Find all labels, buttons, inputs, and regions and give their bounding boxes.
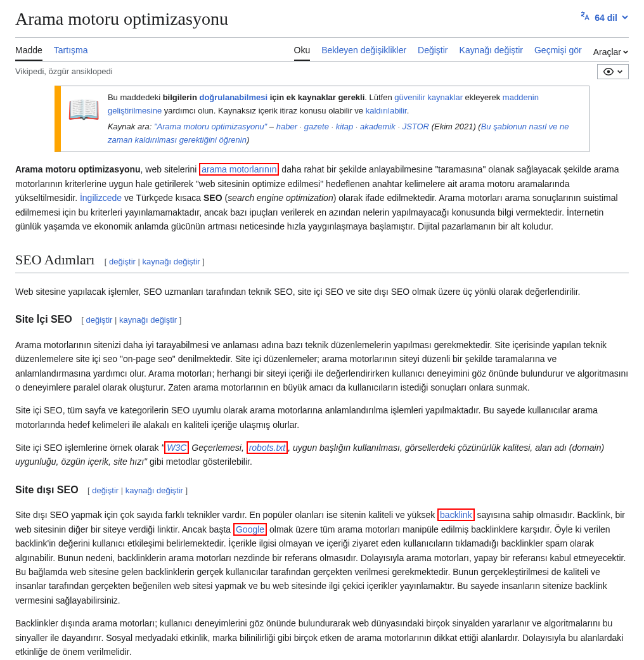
heading-seo-steps: SEO Adımları [ değiştir | kaynağı değişt… <box>15 249 629 273</box>
separator-dot: · <box>332 122 334 131</box>
search-engines-link[interactable]: arama motorlarının <box>202 164 276 174</box>
notice-text: ( <box>476 122 481 131</box>
notice-sources: Kaynak ara: "Arama motoru optimizasyonu"… <box>108 120 583 147</box>
site-ici-paragraph-2: Site içi SEO, tüm sayfa ve kategorilerin… <box>15 403 629 432</box>
removal-link[interactable]: kaldırılabilir <box>366 106 407 115</box>
seo-abbr: SEO <box>203 193 222 203</box>
tools-label: Araçlar <box>593 45 621 59</box>
chevron-down-icon <box>622 49 629 55</box>
notice-text: ) <box>247 135 249 145</box>
source-haber-link[interactable]: haber <box>276 122 297 131</box>
separator-dot: · <box>356 122 358 131</box>
backlink-link[interactable]: backlink <box>440 510 472 520</box>
notice-date: (Ekim 2021) <box>432 122 476 131</box>
notice-text: Bu maddedeki <box>108 93 163 102</box>
google-link[interactable]: Google <box>236 524 264 534</box>
separator: | <box>112 315 119 325</box>
edit-section: [ değiştir | kaynağı değiştir ] <box>87 486 188 495</box>
notice-box: 📖 Bu maddedeki bilgilerin doğrulanabilme… <box>55 86 589 152</box>
notice-content: Bu maddedeki bilgilerin doğrulanabilmesi… <box>108 91 583 146</box>
english-link[interactable]: İngilizcede <box>80 193 122 203</box>
notice-text: . Lütfen <box>364 93 394 102</box>
intro-text: ve Türkçede kısaca <box>122 193 203 203</box>
chevron-down-icon <box>621 11 629 25</box>
edit-section: [ değiştir | kaynağı değiştir ] <box>105 257 205 266</box>
reliable-sources-link[interactable]: güvenilir kaynaklar <box>394 93 463 102</box>
paragraph-text: gibi metodlar gösterilebilir. <box>147 456 252 467</box>
visibility-dropdown[interactable] <box>597 64 629 79</box>
notice-text: Kaynak ara: <box>108 122 154 131</box>
source-kitap-link[interactable]: kitap <box>336 122 353 131</box>
robots-link[interactable]: robots.txt <box>249 443 286 453</box>
edit-link[interactable]: değiştir <box>92 486 119 495</box>
source-akademik-link[interactable]: akademik <box>360 122 396 131</box>
heading-site-disi: Site dışı SEO [ değiştir | kaynağı değiş… <box>15 482 629 498</box>
paragraph-text: Site içi SEO işlemlerine örnek olarak <box>15 443 161 453</box>
bracket: [ <box>81 315 86 325</box>
translate-icon <box>579 10 591 25</box>
tools-dropdown[interactable]: Araçlar <box>593 43 629 61</box>
heading-site-ici: Site İçi SEO [ değiştir | kaynağı değişt… <box>15 311 629 328</box>
separator-dot: · <box>397 122 400 131</box>
chevron-down-icon <box>617 68 623 75</box>
edit-section: [ değiştir | kaynağı değiştir ] <box>81 315 181 325</box>
search-source-title-link[interactable]: "Arama motoru optimizasyonu" <box>154 122 267 131</box>
seo-longform: search engine optimization <box>228 193 333 203</box>
paragraph-text: Geçerlemesi, <box>189 443 246 453</box>
tab-oku[interactable]: Oku <box>294 43 311 61</box>
language-selector[interactable]: 64 dil <box>579 10 629 25</box>
notice-text: için ek kaynaklar gerekli <box>267 93 364 102</box>
tab-gecmis[interactable]: Geçmişi gör <box>534 43 582 61</box>
heading-text: Site İçi SEO <box>15 314 72 325</box>
book-icon: 📖 <box>67 96 100 146</box>
seo-steps-paragraph: Web sitesine yapılacak işlemler, SEO uzm… <box>15 285 629 299</box>
heading-text: SEO Adımları <box>15 252 94 268</box>
eye-icon <box>603 66 614 77</box>
notice-text: yardımcı olun. Kaynaksız içerik itiraz k… <box>162 106 366 115</box>
language-count: 64 dil <box>595 11 617 25</box>
heading-text: Site dışı SEO <box>15 484 79 495</box>
site-subtitle: Vikipedi, özgür ansiklopedi <box>15 65 113 79</box>
intro-text: ( <box>222 193 228 203</box>
w3c-link[interactable]: W3C <box>167 443 186 453</box>
site-disi-paragraph-2: Backlinkler dışında arama motorları; kul… <box>15 616 629 659</box>
paragraph-text: olmak üzere tüm arama motorları manipüle… <box>15 524 626 605</box>
page-title: Arama motoru optimizasyonu <box>15 5 228 34</box>
separator-dot: · <box>300 122 302 131</box>
separator: | <box>136 257 143 266</box>
edit-link[interactable]: değiştir <box>109 257 136 266</box>
tab-degistir[interactable]: Değiştir <box>418 43 448 61</box>
intro-text: , web sitelerini <box>141 164 200 174</box>
verifiability-link[interactable]: doğrulanabilmesi <box>199 93 267 102</box>
bracket: ] <box>200 257 205 266</box>
svg-point-0 <box>607 70 610 74</box>
tab-bekleyen[interactable]: Bekleyen değişiklikler <box>321 43 406 61</box>
site-ici-paragraph-3: Site içi SEO işlemlerine örnek olarak "W… <box>15 441 629 469</box>
edit-source-link[interactable]: kaynağı değiştir <box>126 486 183 495</box>
notice-text: . <box>407 106 409 115</box>
bracket: ] <box>183 486 188 495</box>
bracket: ] <box>177 315 181 325</box>
intro-paragraph: Arama motoru optimizasyonu, web siteleri… <box>15 162 629 233</box>
source-jstor-link[interactable]: JSTOR <box>402 122 429 131</box>
edit-source-link[interactable]: kaynağı değiştir <box>119 315 177 325</box>
notice-text: ekleyerek <box>463 93 503 102</box>
edit-link[interactable]: değiştir <box>86 315 113 325</box>
intro-bold: Arama motoru optimizasyonu <box>15 164 141 174</box>
tab-madde[interactable]: Madde <box>15 43 42 61</box>
bracket: [ <box>105 257 109 266</box>
notice-text: – <box>267 122 276 131</box>
site-ici-paragraph-1: Arama motorlarının sitenizi daha iyi tar… <box>15 338 629 395</box>
paragraph-text: Site dışı SEO yapmak için çok sayıda far… <box>15 510 437 520</box>
edit-source-link[interactable]: kaynağı değiştir <box>143 257 200 266</box>
separator: | <box>119 486 126 495</box>
source-gazete-link[interactable]: gazete <box>304 122 329 131</box>
tab-tartisma[interactable]: Tartışma <box>54 43 88 61</box>
tab-kaynagi[interactable]: Kaynağı değiştir <box>460 43 523 61</box>
site-disi-paragraph-1: Site dışı SEO yapmak için çok sayıda far… <box>15 508 629 607</box>
notice-text: bilgilerin <box>163 93 200 102</box>
